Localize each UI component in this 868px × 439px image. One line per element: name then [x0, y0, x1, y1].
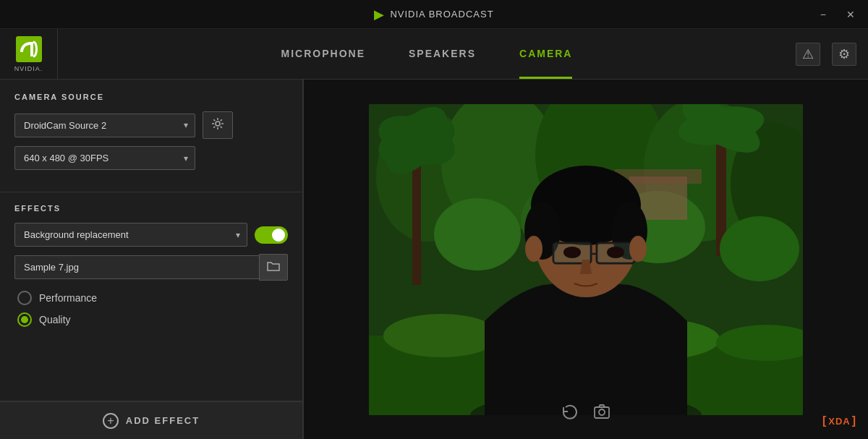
- preview-scene-svg: [369, 104, 803, 415]
- left-panel: CAMERA SOURCE DroidCam Source 2 Webcam O…: [0, 80, 304, 439]
- xda-bracket-right: ]: [852, 414, 856, 427]
- effect-type-select[interactable]: Background replacement Background blur F…: [14, 223, 247, 247]
- performance-radio-item[interactable]: Performance: [17, 291, 288, 305]
- svg-point-1: [216, 122, 220, 126]
- xda-watermark: [ XDA ]: [822, 414, 856, 427]
- quality-radio-group: Performance Quality: [14, 291, 288, 327]
- camera-snapshot-icon: [593, 403, 610, 420]
- nvidia-logo: NVIDIA.: [0, 29, 58, 80]
- svg-point-42: [599, 409, 605, 415]
- effect-select-row: Background replacement Background blur F…: [14, 223, 288, 247]
- nav-bar: NVIDIA. MICROPHONE SPEAKERS CAMERA ⚠ ⚙: [0, 29, 868, 80]
- preview-background: [369, 104, 803, 415]
- performance-radio-circle: [17, 291, 32, 305]
- title-bar: ▶ NVIDIA BROADCAST − ✕: [0, 0, 868, 29]
- svg-point-15: [434, 198, 521, 270]
- app-title: NVIDIA BROADCAST: [390, 9, 493, 20]
- performance-radio-label: Performance: [39, 292, 97, 304]
- xda-bracket-left: [: [822, 414, 827, 427]
- nvidia-label: NVIDIA.: [14, 65, 43, 72]
- close-button[interactable]: ✕: [842, 7, 859, 22]
- main-content: CAMERA SOURCE DroidCam Source 2 Webcam O…: [0, 80, 868, 439]
- quality-radio-dot: [21, 316, 28, 323]
- camera-source-title: CAMERA SOURCE: [14, 93, 288, 101]
- effect-toggle[interactable]: [255, 226, 288, 244]
- quality-radio-item[interactable]: Quality: [17, 312, 288, 327]
- resolution-row: 640 x 480 @ 30FPS 1280 x 720 @ 30FPS 192…: [14, 146, 288, 170]
- reset-preview-button[interactable]: [561, 403, 579, 425]
- svg-point-37: [563, 247, 581, 258]
- quality-radio-circle: [17, 312, 32, 327]
- nvidia-logo-svg: [16, 36, 42, 62]
- window-controls: − ✕: [816, 7, 859, 22]
- nvidia-broadcast-icon: ▶: [374, 7, 384, 22]
- background-file-input[interactable]: [14, 255, 259, 279]
- preview-controls: [561, 403, 610, 425]
- svg-point-38: [607, 247, 624, 258]
- settings-button[interactable]: ⚙: [832, 43, 856, 66]
- svg-point-20: [383, 314, 499, 357]
- svg-point-40: [629, 236, 647, 262]
- svg-rect-0: [16, 36, 42, 62]
- folder-icon: [267, 260, 280, 272]
- right-panel: [ XDA ]: [304, 80, 868, 439]
- source-settings-button[interactable]: [203, 111, 233, 139]
- background-file-row: [14, 254, 288, 281]
- title-bar-center: ▶ NVIDIA BROADCAST: [374, 7, 493, 22]
- nav-camera[interactable]: CAMERA: [519, 29, 572, 79]
- toggle-slider: [255, 226, 288, 244]
- settings-camera-icon: [210, 116, 225, 131]
- camera-source-section: CAMERA SOURCE DroidCam Source 2 Webcam O…: [0, 80, 302, 192]
- svg-point-18: [720, 216, 799, 281]
- camera-source-select[interactable]: DroidCam Source 2 Webcam OBS Virtual Cam…: [14, 114, 195, 137]
- add-effect-button[interactable]: + ADD EFFECT: [0, 401, 302, 439]
- effect-select-wrapper: Background replacement Background blur F…: [14, 223, 247, 247]
- nav-speakers[interactable]: SPEAKERS: [409, 29, 476, 79]
- svg-point-39: [525, 236, 542, 262]
- resolution-select-wrapper: 640 x 480 @ 30FPS 1280 x 720 @ 30FPS 192…: [14, 146, 195, 170]
- quality-radio-label: Quality: [39, 314, 71, 325]
- camera-source-select-wrapper: DroidCam Source 2 Webcam OBS Virtual Cam…: [14, 114, 195, 137]
- add-icon: +: [103, 413, 119, 429]
- camera-preview: [369, 104, 803, 415]
- nav-microphone[interactable]: MICROPHONE: [281, 29, 365, 79]
- minimize-button[interactable]: −: [816, 7, 830, 22]
- notifications-button[interactable]: ⚠: [796, 43, 820, 66]
- reset-icon: [561, 403, 579, 420]
- source-row: DroidCam Source 2 Webcam OBS Virtual Cam…: [14, 111, 288, 139]
- snapshot-button[interactable]: [593, 403, 610, 425]
- nav-links: MICROPHONE SPEAKERS CAMERA: [58, 29, 796, 79]
- effects-section: EFFECTS Background replacement Backgroun…: [0, 192, 302, 401]
- browse-file-button[interactable]: [259, 254, 288, 281]
- add-effect-label: ADD EFFECT: [126, 415, 200, 426]
- nav-actions: ⚠ ⚙: [796, 43, 856, 66]
- xda-label: XDA: [828, 416, 850, 427]
- resolution-select[interactable]: 640 x 480 @ 30FPS 1280 x 720 @ 30FPS 192…: [14, 146, 195, 170]
- effects-title: EFFECTS: [14, 204, 288, 213]
